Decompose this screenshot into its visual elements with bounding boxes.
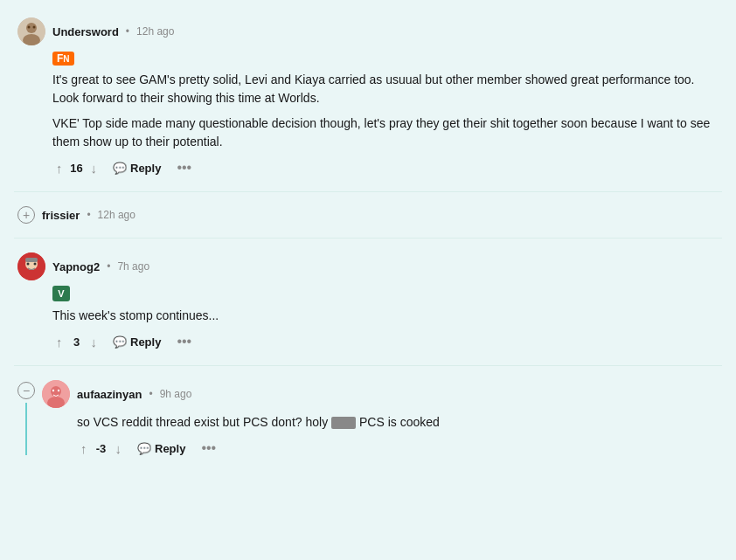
svg-point-9	[34, 263, 37, 266]
reply-button-undersword[interactable]: 💬 Reply	[108, 160, 166, 176]
vote-group-yapnog2: ↑ 3 ↓	[52, 333, 101, 351]
comment-text-after-censor: PCS is cooked	[359, 415, 440, 429]
more-icon-yapnog2: •••	[177, 334, 191, 349]
username-yapnog2: Yapnog2	[52, 260, 100, 273]
comment-text-undersword-2: VKE' Top side made many questionable dec…	[52, 114, 719, 151]
expand-button-frissier[interactable]: +	[17, 206, 35, 224]
comment-text-yapnog2: This week's stomp continues...	[52, 307, 719, 325]
minus-icon: −	[23, 384, 30, 398]
more-icon-undersword: •••	[177, 160, 191, 175]
comment-frissier: + frissier • 12h ago	[14, 199, 722, 231]
downvote-button-yapnog2[interactable]: ↓	[87, 333, 101, 351]
upvote-icon: ↑	[56, 161, 63, 176]
avatar-undersword	[17, 17, 45, 45]
svg-point-8	[27, 263, 30, 266]
comment-undersword: Undersword • 12h ago FN It's great to se…	[14, 10, 722, 184]
svg-point-3	[28, 26, 31, 29]
vote-group-aufaazinyan: ↑ -3 ↓	[77, 439, 125, 458]
comment-yapnog2: Yapnog2 • 7h ago V This week's stomp con…	[14, 245, 722, 358]
comment-content-aufaazinyan: aufaazinyan • 9h ago so VCS reddit threa…	[42, 380, 719, 458]
upvote-icon-yapnog2: ↑	[56, 335, 63, 349]
svg-point-4	[33, 26, 36, 29]
more-button-aufaazinyan[interactable]: •••	[198, 439, 219, 458]
username-frissier: frissier	[42, 209, 80, 222]
downvote-icon-yapnog2: ↓	[91, 335, 98, 349]
downvote-button-undersword[interactable]: ↓	[87, 159, 101, 177]
username-aufaazinyan: aufaazinyan	[77, 388, 142, 401]
avatar-yapnog2	[17, 252, 45, 280]
vote-count-aufaazinyan: -3	[94, 442, 108, 455]
reply-label-aufaazinyan: Reply	[155, 442, 185, 455]
comment-actions-yapnog2: ↑ 3 ↓ 💬 Reply •••	[52, 332, 719, 351]
comment-actions-aufaazinyan: ↑ -3 ↓ 💬 Reply •••	[77, 439, 719, 458]
reply-chat-icon: 💬	[113, 162, 127, 175]
svg-point-11	[51, 386, 61, 397]
divider-2	[14, 238, 722, 239]
upvote-icon-aufaazinyan: ↑	[80, 441, 87, 456]
reply-label-yapnog2: Reply	[130, 335, 161, 349]
username-undersword: Undersword	[52, 25, 119, 38]
timestamp-undersword: 12h ago	[136, 25, 174, 38]
comment-header-yapnog2: Yapnog2 • 7h ago	[17, 252, 719, 280]
flair-green-yapnog2: V	[52, 286, 70, 301]
avatar-aufaazinyan	[42, 380, 70, 408]
timestamp-frissier: 12h ago	[98, 209, 135, 221]
more-button-undersword[interactable]: •••	[173, 158, 195, 177]
svg-point-1	[26, 23, 37, 33]
vote-count-undersword: 16	[70, 162, 84, 175]
comment-body-undersword: FN It's great to see GAM's pretty solid,…	[52, 51, 719, 177]
downvote-icon: ↓	[91, 161, 98, 176]
vote-group-undersword: ↑ 16 ↓	[52, 159, 101, 177]
timestamp-aufaazinyan: 9h ago	[160, 388, 192, 400]
reply-chat-icon-aufaazinyan: 💬	[137, 442, 151, 455]
more-button-yapnog2[interactable]: •••	[173, 332, 195, 351]
svg-point-13	[52, 390, 54, 391]
collapse-button-aufaazinyan[interactable]: −	[17, 382, 35, 399]
divider-1	[14, 191, 722, 192]
reply-button-aufaazinyan[interactable]: 💬 Reply	[132, 440, 191, 457]
plus-icon: +	[23, 208, 30, 222]
reply-chat-icon-yapnog2: 💬	[113, 335, 127, 349]
reply-label-undersword: Reply	[130, 162, 161, 175]
upvote-button-undersword[interactable]: ↑	[52, 159, 66, 177]
comment-aufaazinyan: − aufaazinyan • 9h ago	[14, 373, 722, 465]
thread-line	[25, 403, 27, 455]
downvote-button-aufaazinyan[interactable]: ↓	[112, 439, 126, 458]
divider-3	[14, 365, 722, 366]
timestamp-yapnog2: 7h ago	[117, 260, 149, 273]
svg-rect-7	[25, 258, 38, 262]
comment-header-aufaazinyan: aufaazinyan • 9h ago	[42, 380, 719, 408]
comment-thread: Undersword • 12h ago FN It's great to se…	[14, 10, 722, 465]
comment-text-undersword-1: It's great to see GAM's pretty solid, Le…	[52, 71, 719, 107]
flair-fnatic: FN	[52, 52, 74, 66]
more-icon-aufaazinyan: •••	[201, 440, 216, 455]
comment-actions-undersword: ↑ 16 ↓ 💬 Reply •••	[52, 158, 719, 177]
comment-text-aufaazinyan: so VCS reddit thread exist but PCS dont?…	[77, 413, 719, 432]
upvote-button-yapnog2[interactable]: ↑	[52, 333, 66, 351]
reply-button-yapnog2[interactable]: 💬 Reply	[108, 334, 166, 350]
comment-header-undersword: Undersword • 12h ago	[17, 17, 719, 45]
comment-text-before-censor: so VCS reddit thread exist but PCS dont?…	[77, 415, 328, 429]
comment-body-yapnog2: V This week's stomp continues... ↑ 3 ↓ 💬	[52, 286, 719, 351]
vote-count-yapnog2: 3	[70, 335, 84, 349]
upvote-button-aufaazinyan[interactable]: ↑	[77, 439, 91, 458]
svg-point-14	[58, 390, 59, 391]
censored-word	[331, 417, 356, 429]
downvote-icon-aufaazinyan: ↓	[115, 441, 122, 456]
